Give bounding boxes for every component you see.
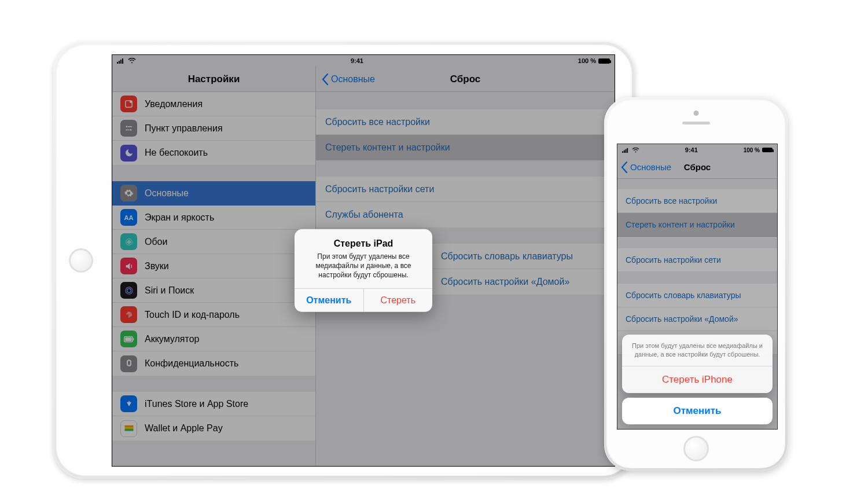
svg-point-6 [126, 126, 128, 127]
appstore-icon [120, 395, 137, 412]
content-title: Сброс [684, 162, 711, 172]
iphone-device-frame: 9:41 100 % Основные Сброс Сбросить все н… [604, 97, 788, 471]
sidebar-item-wallpaper[interactable]: Обои [112, 230, 315, 254]
reset-option[interactable]: Сбросить все настройки [617, 189, 777, 213]
sheet-cancel-button[interactable]: Отменить [622, 398, 773, 424]
sidebar-item-touchid[interactable]: Touch ID и код-пароль [112, 303, 315, 327]
alert-cancel-button[interactable]: Отменить [295, 288, 364, 311]
reset-option[interactable]: Сбросить настройки «Домой» [617, 307, 777, 331]
iphone-bezel: 9:41 100 % Основные Сброс Сбросить все н… [606, 100, 785, 468]
sidebar-item-label: Не беспокоить [145, 148, 208, 158]
iphone-screen: 9:41 100 % Основные Сброс Сбросить все н… [617, 144, 778, 430]
reset-option-label: Службы абонента [325, 210, 403, 220]
sidebar-item-sounds[interactable]: Звуки [112, 254, 315, 278]
sidebar-item-dnd[interactable]: Не беспокоить [112, 141, 315, 165]
reset-option-label: Стереть контент и настройки [626, 220, 735, 229]
status-time: 9:41 [685, 146, 698, 153]
reset-option-label: Сбросить все настройки [626, 196, 717, 206]
alert-erase-button[interactable]: Стереть [364, 288, 433, 311]
reset-option[interactable]: Службы абонента [316, 202, 615, 228]
content-title: Сброс [450, 74, 481, 85]
group-separator [617, 237, 777, 248]
ipad-bezel: 9:41 100 % Настройки Основные Сброс Уве [56, 45, 632, 476]
battery-icon [598, 58, 610, 64]
sidebar-item-label: Аккумулятор [145, 334, 199, 344]
back-button[interactable]: Основные [621, 162, 671, 173]
reset-option-label: Сбросить настройки «Домой» [441, 277, 569, 287]
iphone-status-bar: 9:41 100 % [617, 144, 777, 156]
back-label: Основные [630, 162, 671, 172]
sidebar-item-label: Конфиденциальность [145, 358, 238, 369]
sidebar-item-label: Основные [145, 188, 189, 199]
sidebar-item-label: Экран и яркость [145, 212, 214, 223]
settings-sidebar: УведомленияПункт управленияНе беспокоить… [112, 92, 316, 466]
sidebar-item-control-center[interactable]: Пункт управления [112, 116, 315, 141]
reset-option[interactable]: Стереть контент и настройки [617, 213, 777, 237]
signal-icon [622, 148, 630, 153]
svg-rect-9 [126, 130, 130, 130]
reset-content: Сбросить все настройкиСтереть контент и … [617, 179, 777, 355]
back-label: Основные [331, 74, 375, 85]
sidebar-item-label: Звуки [145, 261, 169, 271]
sheet-erase-button[interactable]: Стереть iPhone [622, 366, 773, 393]
iphone-home-button[interactable] [683, 436, 709, 461]
iphone-nav-bar: Основные Сброс [617, 156, 777, 179]
svg-rect-21 [624, 150, 625, 153]
sidebar-item-label: Touch ID и код-пароль [145, 310, 240, 320]
svg-rect-1 [119, 61, 120, 64]
notifications-icon [120, 96, 137, 112]
ipad-nav-bar: Настройки Основные Сброс [112, 67, 615, 92]
battery-percent: 100 % [578, 57, 596, 64]
sidebar-item-notifications[interactable]: Уведомления [112, 92, 315, 116]
reset-option-label: Сбросить все настройки [325, 117, 430, 127]
svg-rect-20 [622, 151, 623, 153]
ipad-screen: 9:41 100 % Настройки Основные Сброс Уве [112, 54, 615, 467]
reset-option[interactable]: Сбросить все настройки [316, 109, 615, 135]
settings-title: Настройки [112, 67, 316, 91]
wallet-icon [120, 420, 137, 437]
svg-point-11 [126, 239, 132, 245]
display-icon: AA [120, 209, 137, 226]
privacy-icon [120, 355, 137, 372]
svg-point-8 [130, 129, 132, 131]
ipad-device-frame: 9:41 100 % Настройки Основные Сброс Уве [53, 42, 635, 479]
svg-rect-3 [122, 58, 123, 64]
reset-option[interactable]: Стереть контент и настройки [316, 135, 615, 160]
sidebar-item-display[interactable]: AAЭкран и яркость [112, 206, 315, 230]
sidebar-item-label: Siri и Поиск [145, 285, 194, 296]
reset-option[interactable]: Сбросить настройки сети [617, 248, 777, 272]
alert-title: Стереть iPad [301, 239, 425, 249]
sidebar-item-siri[interactable]: Siri и Поиск [112, 278, 315, 303]
control-center-icon [120, 120, 137, 137]
sidebar-item-appstore[interactable]: iTunes Store и App Store [112, 392, 315, 416]
sidebar-item-battery[interactable]: Аккумулятор [112, 327, 315, 351]
iphone-speaker [682, 122, 710, 124]
reset-option-label: Стереть контент и настройки [325, 142, 450, 153]
sidebar-item-wallet[interactable]: Wallet и Apple Pay [112, 416, 315, 441]
svg-point-12 [126, 287, 133, 294]
sheet-message: При этом будут удалены все медиафайлы и … [622, 335, 773, 366]
sidebar-item-label: Уведомления [145, 99, 203, 109]
reset-option[interactable]: Сбросить словарь клавиатуры [432, 244, 615, 269]
reset-option[interactable]: Сбросить словарь клавиатуры [617, 284, 777, 307]
reset-option[interactable]: Сбросить настройки «Домой» [432, 269, 615, 295]
ipad-home-button[interactable] [69, 248, 93, 273]
ipad-status-bar: 9:41 100 % [112, 55, 615, 67]
svg-rect-23 [627, 148, 628, 152]
svg-rect-22 [626, 149, 627, 152]
status-time: 9:41 [351, 57, 363, 64]
touchid-icon [120, 306, 137, 323]
svg-rect-19 [124, 429, 133, 431]
siri-icon [120, 282, 137, 299]
sounds-icon [120, 258, 137, 274]
svg-rect-7 [128, 126, 132, 127]
back-button[interactable]: Основные [322, 74, 375, 85]
reset-option[interactable]: Сбросить настройки сети [316, 177, 615, 202]
svg-rect-2 [120, 60, 122, 64]
sidebar-item-general[interactable]: Основные [112, 181, 315, 206]
reset-option-label: Сбросить настройки сети [325, 184, 434, 195]
reset-option-label: Сбросить настройки сети [626, 255, 721, 265]
svg-point-5 [130, 101, 132, 103]
wifi-icon [128, 58, 136, 64]
sidebar-item-privacy[interactable]: Конфиденциальность [112, 351, 315, 376]
